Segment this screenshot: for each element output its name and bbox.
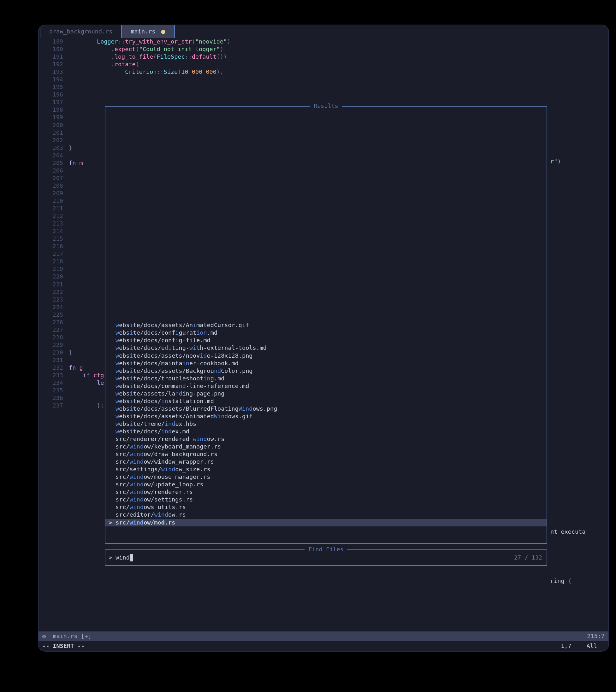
- result-item[interactable]: src/editor/window.rs: [105, 511, 547, 519]
- code-line[interactable]: 194: [39, 76, 609, 83]
- selection-marker-icon: [109, 473, 115, 481]
- line-number: 235: [39, 387, 69, 394]
- line-number: 196: [39, 91, 69, 99]
- results-list[interactable]: website/docs/assets/AnimatedCursor.gif w…: [105, 107, 547, 543]
- line-number: 212: [39, 212, 69, 220]
- selection-marker-icon: [109, 435, 115, 443]
- line-number: 208: [39, 182, 69, 190]
- code-line[interactable]: 192 .rotate(: [39, 61, 609, 68]
- result-item[interactable]: website/docs/assets/BackgroundColor.png: [105, 367, 547, 375]
- result-item[interactable]: src/window/window_wrapper.rs: [105, 458, 547, 466]
- result-item[interactable]: src/settings/window_size.rs: [105, 466, 547, 473]
- line-number: 192: [39, 61, 69, 68]
- code-content: [69, 76, 609, 83]
- result-item[interactable]: website/docs/maintainer-cookbook.md: [105, 360, 547, 367]
- line-number: 214: [39, 228, 69, 235]
- result-item[interactable]: website/docs/assets/BlurredFloatingWindo…: [105, 405, 547, 413]
- cursor-position: 1,7: [553, 642, 579, 650]
- result-item[interactable]: website/docs/troubleshooting.md: [105, 375, 547, 382]
- line-number: 237: [39, 402, 69, 409]
- selection-marker-icon: [109, 511, 115, 519]
- selection-marker-icon: [109, 443, 115, 450]
- results-title: Results: [310, 102, 342, 110]
- result-item[interactable]: src/window/keyboard_manager.rs: [105, 443, 547, 450]
- line-number: 226: [39, 319, 69, 326]
- selection-marker-icon: [109, 466, 115, 473]
- code-line[interactable]: 189 Logger::try_with_env_or_str("neovide…: [39, 38, 609, 45]
- line-number: 221: [39, 281, 69, 288]
- line-number: 193: [39, 68, 69, 76]
- line-number: 190: [39, 45, 69, 53]
- line-number: 211: [39, 205, 69, 212]
- code-content: Logger::try_with_env_or_str("neovide"): [69, 38, 609, 45]
- line-number: 189: [39, 38, 69, 45]
- result-item[interactable]: website/docs/assets/AnimatedWindows.gif: [105, 413, 547, 420]
- editor-window: draw_background.rs main.rs ● 189 Logger:…: [38, 25, 609, 652]
- result-item[interactable]: website/docs/configuration.md: [105, 329, 547, 337]
- tab-draw-background[interactable]: draw_background.rs: [40, 25, 121, 38]
- result-item[interactable]: website/docs/editing-with-external-tools…: [105, 344, 547, 352]
- selection-marker-icon: [109, 382, 115, 390]
- line-number: 216: [39, 242, 69, 250]
- line-number: 234: [39, 379, 69, 387]
- result-item[interactable]: website/docs/index.md: [105, 428, 547, 435]
- result-item[interactable]: >src/window/mod.rs: [105, 519, 547, 526]
- result-item[interactable]: src/window/draw_background.rs: [105, 450, 547, 458]
- tab-main[interactable]: main.rs ●: [121, 25, 174, 38]
- result-path: src/window/mod.rs: [115, 519, 175, 526]
- line-number: 213: [39, 220, 69, 228]
- result-item[interactable]: website/docs/command-line-reference.md: [105, 382, 547, 390]
- result-path: website/docs/configuration.md: [115, 329, 217, 337]
- result-item[interactable]: src/windows_utils.rs: [105, 503, 547, 511]
- result-path: website/docs/assets/AnimatedWindows.gif: [115, 413, 252, 420]
- modified-indicator-icon: ●: [161, 27, 165, 36]
- line-number: 209: [39, 190, 69, 197]
- selection-marker-icon: [109, 337, 115, 344]
- result-item[interactable]: src/window/settings.rs: [105, 496, 547, 503]
- result-item[interactable]: website/docs/config-file.md: [105, 337, 547, 344]
- line-number: 228: [39, 334, 69, 341]
- result-item[interactable]: website/docs/installation.md: [105, 397, 547, 405]
- scroll-position: All: [579, 642, 604, 650]
- result-count: 27 / 132: [514, 554, 547, 561]
- selection-marker-icon: [109, 397, 115, 405]
- selection-marker-icon: [109, 405, 115, 413]
- line-number: 225: [39, 311, 69, 319]
- result-item[interactable]: website/theme/index.hbs: [105, 420, 547, 428]
- line-number: 220: [39, 273, 69, 280]
- code-content: .rotate(: [69, 61, 609, 68]
- line-number: 236: [39, 394, 69, 402]
- line-number: 217: [39, 250, 69, 258]
- selection-marker-icon: [109, 375, 115, 382]
- line-number: 198: [39, 106, 69, 113]
- result-item[interactable]: src/window/mouse_manager.rs: [105, 473, 547, 481]
- code-line[interactable]: 191 .log_to_file(FileSpec::default()): [39, 53, 609, 61]
- selection-marker-icon: [109, 481, 115, 488]
- result-item[interactable]: src/window/update_loop.rs: [105, 481, 547, 488]
- result-item[interactable]: website/docs/assets/neovide-128x128.png: [105, 352, 547, 360]
- search-input[interactable]: wind: [115, 554, 130, 561]
- result-item[interactable]: src/window/renderer.rs: [105, 488, 547, 496]
- code-line[interactable]: 196: [39, 91, 609, 99]
- line-number: 210: [39, 197, 69, 205]
- find-files-prompt[interactable]: > wind: [105, 554, 514, 561]
- result-item[interactable]: website/assets/landing-page.png: [105, 390, 547, 397]
- result-item[interactable]: website/docs/assets/AnimatedCursor.gif: [105, 321, 547, 329]
- result-item[interactable]: src/renderer/rendered_window.rs: [105, 435, 547, 443]
- result-path: website/theme/index.hbs: [115, 420, 196, 428]
- line-number: 230: [39, 349, 69, 356]
- line-number: 223: [39, 296, 69, 303]
- code-line[interactable]: 190 .expect("Could not init logger"): [39, 45, 609, 53]
- line-number: 204: [39, 152, 69, 159]
- selection-marker-icon: [109, 413, 115, 420]
- result-path: website/docs/assets/AnimatedCursor.gif: [115, 321, 249, 329]
- mode-line: -- INSERT -- 1,7 All: [39, 641, 609, 651]
- selection-marker-icon: [109, 367, 115, 375]
- result-path: website/docs/assets/BlurredFloatingWindo…: [115, 405, 277, 413]
- code-line[interactable]: 193 Criterion::Size(10_000_000),: [39, 68, 609, 76]
- code-line[interactable]: 195: [39, 83, 609, 91]
- result-path: website/docs/index.md: [115, 428, 189, 435]
- status-cursor-pos: 215:7: [587, 632, 604, 640]
- line-number: 197: [39, 99, 69, 106]
- selection-marker-icon: [109, 496, 115, 503]
